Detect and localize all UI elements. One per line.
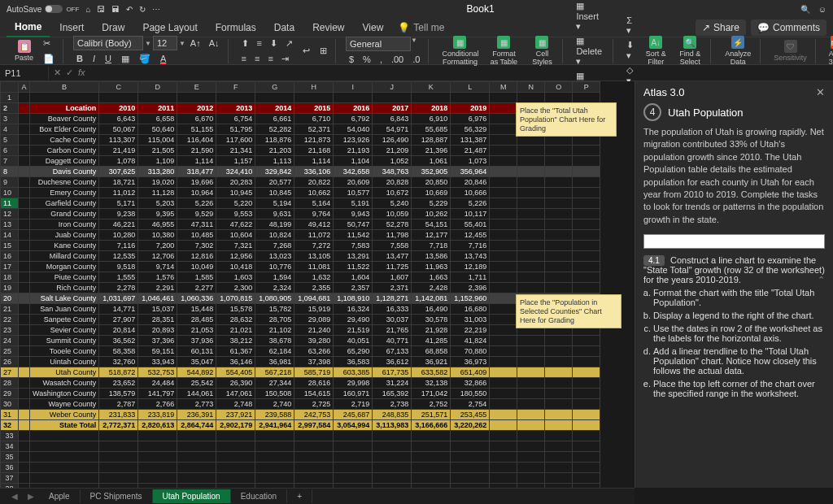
data-cell[interactable]: 236,391 <box>177 410 216 420</box>
data-cell[interactable]: 248,835 <box>373 410 412 420</box>
header-cell[interactable]: 2018 <box>412 103 451 114</box>
data-cell[interactable]: 12,455 <box>451 230 490 241</box>
data-cell[interactable]: Washington County <box>30 389 99 399</box>
data-cell[interactable]: 56,329 <box>451 124 490 135</box>
share-button[interactable]: ↗Share <box>696 20 746 36</box>
data-cell[interactable]: Kane County <box>30 241 99 251</box>
data-cell[interactable]: 30,578 <box>412 315 451 325</box>
percent-icon[interactable]: % <box>360 53 374 66</box>
data-cell[interactable]: Salt Lake County <box>30 293 99 304</box>
data-cell[interactable]: 138,579 <box>99 389 138 399</box>
data-cell[interactable]: 39,280 <box>294 336 334 346</box>
data-cell[interactable]: 245,687 <box>334 410 373 420</box>
data-cell[interactable]: Wayne County <box>30 399 99 410</box>
row-header[interactable]: 3 <box>1 114 19 124</box>
header-cell[interactable]: 2014 <box>255 103 294 114</box>
data-cell[interactable]: 128,887 <box>412 135 451 146</box>
data-cell[interactable]: 3,166,666 <box>412 420 451 431</box>
data-cell[interactable]: 1,108,910 <box>334 293 373 304</box>
data-cell[interactable]: 20,822 <box>294 177 334 188</box>
data-cell[interactable]: 21,505 <box>138 146 177 156</box>
data-cell[interactable]: 6,792 <box>334 114 373 124</box>
data-cell[interactable]: 2,725 <box>294 399 334 410</box>
data-cell[interactable]: 1,157 <box>216 156 255 167</box>
col-header[interactable]: P <box>573 82 600 93</box>
data-cell[interactable]: 2,291 <box>138 283 177 293</box>
data-cell[interactable]: 28,485 <box>177 315 216 325</box>
row-header[interactable]: 26 <box>1 357 19 367</box>
data-cell[interactable]: 5,164 <box>294 198 334 209</box>
bold-button[interactable]: B <box>73 52 86 66</box>
worksheet-grid[interactable]: ABCDEFGHIJKLMNOP12Location20102011201220… <box>0 81 635 488</box>
data-cell[interactable]: 31,224 <box>373 378 412 389</box>
data-cell[interactable]: Daggett County <box>30 156 99 167</box>
header-cell[interactable]: 2019 <box>451 103 490 114</box>
conditional-formatting-button[interactable]: ▦Conditional Formatting <box>438 36 481 66</box>
data-cell[interactable]: 5,194 <box>255 198 294 209</box>
cell-styles-button[interactable]: ▦Cell Styles <box>526 36 557 66</box>
data-cell[interactable]: 27,907 <box>99 315 138 325</box>
data-cell[interactable]: 29,490 <box>334 315 373 325</box>
data-cell[interactable]: 7,321 <box>216 241 255 251</box>
data-cell[interactable]: 7,558 <box>373 241 412 251</box>
data-cell[interactable]: 1,060,336 <box>177 293 216 304</box>
data-cell[interactable]: 50,067 <box>99 124 138 135</box>
data-cell[interactable]: 336,106 <box>294 167 334 177</box>
data-cell[interactable]: 180,550 <box>451 389 490 399</box>
data-cell[interactable]: 313,280 <box>138 167 177 177</box>
data-cell[interactable]: Juab County <box>30 230 99 241</box>
data-cell[interactable]: Sevier County <box>30 325 99 336</box>
data-cell[interactable]: 61,367 <box>216 346 255 357</box>
save-icon[interactable]: 🖫 <box>97 5 105 14</box>
data-cell[interactable]: 2,738 <box>373 399 412 410</box>
tab-page-layout[interactable]: Page Layout <box>134 19 205 37</box>
data-cell[interactable]: 16,324 <box>334 304 373 315</box>
data-cell[interactable]: 21,590 <box>177 146 216 156</box>
data-cell[interactable]: 20,577 <box>255 177 294 188</box>
data-cell[interactable]: 2,300 <box>216 283 255 293</box>
data-cell[interactable]: 21,021 <box>216 325 255 336</box>
data-cell[interactable]: 30,037 <box>373 315 412 325</box>
col-header[interactable]: O <box>545 82 573 93</box>
data-cell[interactable]: 21,240 <box>294 325 334 336</box>
data-cell[interactable]: 7,716 <box>451 241 490 251</box>
header-cell[interactable]: 2016 <box>334 103 373 114</box>
data-cell[interactable]: 36,981 <box>255 357 294 367</box>
data-cell[interactable]: 52,282 <box>255 124 294 135</box>
data-cell[interactable]: Uintah County <box>30 357 99 367</box>
data-cell[interactable]: 63,266 <box>294 346 334 357</box>
data-cell[interactable]: 32,760 <box>99 357 138 367</box>
fill-icon[interactable]: ⬇ ▾ <box>623 38 637 63</box>
data-cell[interactable]: 21,928 <box>412 325 451 336</box>
data-cell[interactable]: 1,604 <box>334 272 373 283</box>
data-cell[interactable]: 21,168 <box>294 146 334 156</box>
data-cell[interactable]: Emery County <box>30 188 99 198</box>
data-cell[interactable]: 11,542 <box>334 230 373 241</box>
data-cell[interactable]: 59,151 <box>138 346 177 357</box>
tab-view[interactable]: View <box>355 19 392 37</box>
data-cell[interactable]: 141,797 <box>138 389 177 399</box>
font-name-input[interactable] <box>73 36 143 50</box>
cancel-icon[interactable]: ✕ <box>54 67 61 78</box>
data-cell[interactable]: 3,054,994 <box>334 420 373 431</box>
data-cell[interactable]: 147,061 <box>216 389 255 399</box>
data-cell[interactable]: 28,705 <box>255 315 294 325</box>
expand-icon[interactable]: ⌃ <box>818 275 825 285</box>
col-header[interactable]: I <box>334 82 373 93</box>
data-cell[interactable]: 9,238 <box>99 209 138 219</box>
data-cell[interactable]: 28,351 <box>138 315 177 325</box>
data-cell[interactable]: 1,031,697 <box>99 293 138 304</box>
row-header[interactable]: 18 <box>1 272 19 283</box>
tab-insert[interactable]: Insert <box>51 19 92 37</box>
cut-icon[interactable]: ✂ <box>40 37 58 50</box>
data-cell[interactable]: 2,772,371 <box>99 420 138 431</box>
data-cell[interactable]: 9,714 <box>138 262 177 272</box>
data-cell[interactable]: 2,277 <box>177 283 216 293</box>
data-cell[interactable]: 603,385 <box>334 367 373 378</box>
data-cell[interactable]: 10,776 <box>255 262 294 272</box>
data-cell[interactable]: 121,873 <box>294 135 334 146</box>
data-cell[interactable]: 41,285 <box>412 336 451 346</box>
data-cell[interactable]: 29,089 <box>294 315 334 325</box>
data-cell[interactable]: 1,113 <box>255 156 294 167</box>
merge-icon[interactable]: ⊞ <box>316 44 330 58</box>
